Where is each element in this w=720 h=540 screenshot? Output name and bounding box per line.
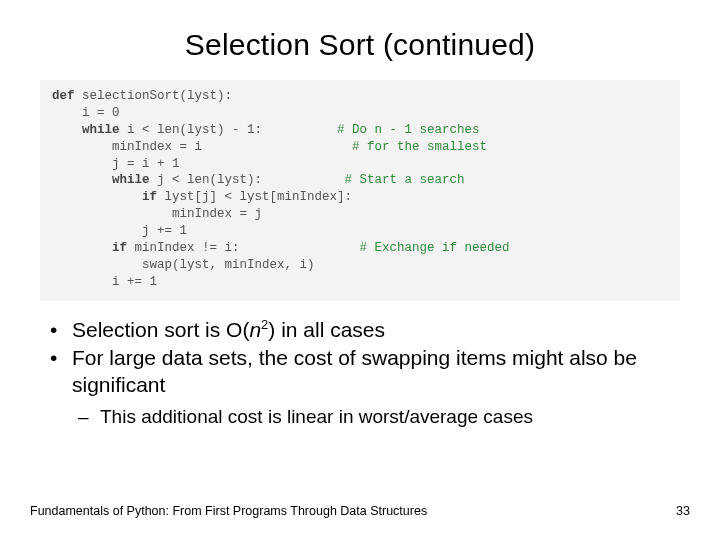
code-line: def selectionSort(lyst):	[52, 88, 668, 105]
bullet-list: • Selection sort is O(n2) in all cases •…	[44, 317, 676, 430]
code-line: j = i + 1	[52, 156, 668, 173]
footer: Fundamentals of Python: From First Progr…	[30, 504, 690, 518]
code-text: selectionSort(lyst):	[75, 89, 233, 103]
keyword-while: while	[112, 173, 150, 187]
code-line: j += 1	[52, 223, 668, 240]
code-line: minIndex = j	[52, 206, 668, 223]
code-text: minIndex = i	[52, 140, 202, 154]
code-line: i = 0	[52, 105, 668, 122]
code-text	[52, 241, 112, 255]
sub-bullet-text: This additional cost is linear in worst/…	[100, 405, 676, 430]
bullet-text: For large data sets, the cost of swappin…	[72, 345, 676, 399]
code-text: swap(lyst, minIndex, i)	[52, 258, 315, 272]
bullet-text: Selection sort is O(n2) in all cases	[72, 317, 676, 344]
code-text: j += 1	[52, 224, 187, 238]
code-text	[52, 173, 112, 187]
code-line: while j < len(lyst): # Start a search	[52, 172, 668, 189]
code-text: j = i + 1	[52, 157, 180, 171]
code-block: def selectionSort(lyst): i = 0 while i <…	[40, 80, 680, 301]
code-comment: # Start a search	[262, 173, 465, 187]
code-line: if lyst[j] < lyst[minIndex]:	[52, 189, 668, 206]
keyword-while: while	[82, 123, 120, 137]
text-span: ) in all cases	[268, 318, 385, 341]
bullet-marker: •	[44, 317, 72, 344]
var-n: n	[249, 318, 261, 341]
keyword-if: if	[142, 190, 157, 204]
bullet-marker: •	[44, 345, 72, 399]
bullet-item: • Selection sort is O(n2) in all cases	[44, 317, 676, 344]
code-text: minIndex = j	[52, 207, 262, 221]
code-text: i = 0	[52, 106, 120, 120]
code-text: j < len(lyst):	[150, 173, 263, 187]
code-line: minIndex = i # for the smallest	[52, 139, 668, 156]
code-text: lyst[j] < lyst[minIndex]:	[157, 190, 352, 204]
keyword-def: def	[52, 89, 75, 103]
code-text	[52, 123, 82, 137]
code-text	[52, 190, 142, 204]
code-text: i < len(lyst) - 1:	[120, 123, 263, 137]
sub-bullet-marker: –	[78, 405, 100, 430]
code-comment: # Do n - 1 searches	[262, 123, 480, 137]
bullet-item: • For large data sets, the cost of swapp…	[44, 345, 676, 399]
keyword-if: if	[112, 241, 127, 255]
code-comment: # for the smallest	[202, 140, 487, 154]
text-span: Selection sort is O(	[72, 318, 249, 341]
code-comment: # Exchange if needed	[240, 241, 510, 255]
page-number: 33	[676, 504, 690, 518]
code-line: if minIndex != i: # Exchange if needed	[52, 240, 668, 257]
slide-title: Selection Sort (continued)	[30, 28, 690, 62]
footer-source: Fundamentals of Python: From First Progr…	[30, 504, 427, 518]
code-line: swap(lyst, minIndex, i)	[52, 257, 668, 274]
slide: Selection Sort (continued) def selection…	[0, 0, 720, 540]
sub-bullet-item: – This additional cost is linear in wors…	[78, 405, 676, 430]
code-line: i += 1	[52, 274, 668, 291]
code-text: minIndex != i:	[127, 241, 240, 255]
code-line: while i < len(lyst) - 1: # Do n - 1 sear…	[52, 122, 668, 139]
code-text: i += 1	[52, 275, 157, 289]
